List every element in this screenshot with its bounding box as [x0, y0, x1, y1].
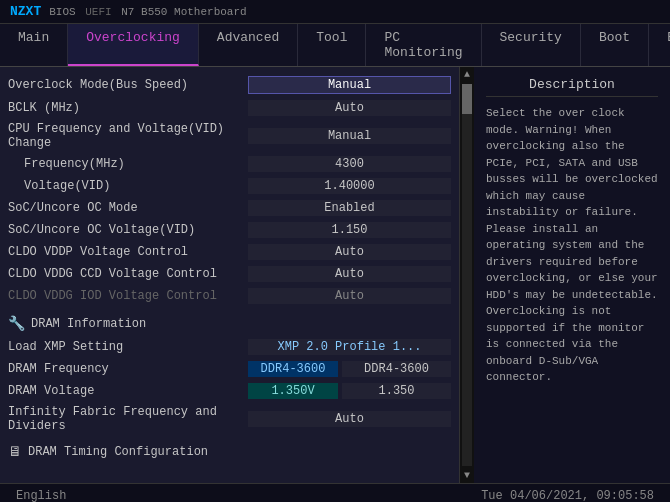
table-row[interactable]: Frequency(MHz) 4300 [0, 153, 459, 175]
monitor-icon: 🖥 [8, 444, 22, 460]
table-row[interactable]: Overclock Mode(Bus Speed) Manual [0, 73, 459, 97]
row-label: DRAM Frequency [8, 362, 248, 376]
row-value[interactable]: Auto [248, 411, 451, 427]
tab-pc-monitoring[interactable]: PC Monitoring [366, 24, 481, 66]
row-label: Frequency(MHz) [8, 157, 248, 171]
row-value-right[interactable]: DDR4-3600 [342, 361, 451, 377]
table-row[interactable]: CLDO VDDP Voltage Control Auto [0, 241, 459, 263]
row-value[interactable]: 4300 [248, 156, 451, 172]
tab-overclocking[interactable]: Overclocking [68, 24, 199, 66]
datetime-label: Tue 04/06/2021, 09:05:58 [481, 489, 654, 503]
description-text: Select the over clock mode. Warning! Whe… [486, 105, 658, 386]
table-row[interactable]: DRAM Frequency DDR4-3600 DDR4-3600 [0, 358, 459, 380]
table-row[interactable]: CLDO VDDG CCD Voltage Control Auto [0, 263, 459, 285]
table-row[interactable]: BCLK (MHz) Auto [0, 97, 459, 119]
table-row[interactable]: Infinity Fabric Frequency and Dividers A… [0, 402, 459, 436]
table-row[interactable]: CPU Frequency and Voltage(VID) Change Ma… [0, 119, 459, 153]
row-value[interactable]: Enabled [248, 200, 451, 216]
tab-tool[interactable]: Tool [298, 24, 366, 66]
row-label: CLDO VDDG IOD Voltage Control [8, 289, 248, 303]
timing-section-label: DRAM Timing Configuration [28, 445, 208, 459]
row-value[interactable]: XMP 2.0 Profile 1... [248, 339, 451, 355]
scrollbar-thumb[interactable] [462, 84, 472, 114]
nav-tabs: Main Overclocking Advanced Tool PC Monit… [0, 24, 670, 67]
table-row[interactable]: Voltage(VID) 1.40000 [0, 175, 459, 197]
description-title: Description [486, 77, 658, 97]
row-value-left[interactable]: 1.350V [248, 383, 338, 399]
row-value[interactable]: Auto [248, 244, 451, 260]
row-label: BCLK (MHz) [8, 101, 248, 115]
timing-section-header: 🖥 DRAM Timing Configuration [0, 440, 459, 464]
wrench-icon: 🔧 [8, 315, 25, 332]
row-label: SoC/Uncore OC Mode [8, 201, 248, 215]
table-row[interactable]: DRAM Voltage 1.350V 1.350 [0, 380, 459, 402]
row-label: CPU Frequency and Voltage(VID) Change [8, 122, 248, 150]
row-value-right[interactable]: 1.350 [342, 383, 451, 399]
row-label: Overclock Mode(Bus Speed) [8, 78, 248, 92]
row-label: CLDO VDDP Voltage Control [8, 245, 248, 259]
left-panel[interactable]: Overclock Mode(Bus Speed) Manual BCLK (M… [0, 67, 460, 483]
row-value[interactable]: 1.150 [248, 222, 451, 238]
scroll-column: ▲ ▼ [460, 67, 474, 483]
main-content: Overclock Mode(Bus Speed) Manual BCLK (M… [0, 67, 670, 483]
bios-info: BIOS UEFI N7 B550 Motherboard [49, 6, 246, 18]
table-row[interactable]: CLDO VDDG IOD Voltage Control Auto [0, 285, 459, 307]
tab-boot[interactable]: Boot [581, 24, 649, 66]
row-label: Infinity Fabric Frequency and Dividers [8, 405, 248, 433]
row-label: Load XMP Setting [8, 340, 248, 354]
dram-section-header: 🔧 DRAM Information [0, 311, 459, 336]
scroll-down-arrow[interactable]: ▼ [464, 468, 470, 483]
row-label: DRAM Voltage [8, 384, 248, 398]
row-value-left[interactable]: DDR4-3600 [248, 361, 338, 377]
table-row[interactable]: SoC/Uncore OC Voltage(VID) 1.150 [0, 219, 459, 241]
row-value[interactable]: Auto [248, 266, 451, 282]
language-label: English [16, 489, 66, 503]
tab-main[interactable]: Main [0, 24, 68, 66]
row-value[interactable]: Auto [248, 288, 451, 304]
row-label: CLDO VDDG CCD Voltage Control [8, 267, 248, 281]
table-row[interactable]: SoC/Uncore OC Mode Enabled [0, 197, 459, 219]
scrollbar-track[interactable] [462, 84, 472, 466]
row-label: SoC/Uncore OC Voltage(VID) [8, 223, 248, 237]
row-value[interactable]: Auto [248, 100, 451, 116]
uefi-label: UEFI [85, 6, 111, 18]
top-bar: NZXT BIOS UEFI N7 B550 Motherboard [0, 0, 670, 24]
row-value[interactable]: Manual [248, 128, 451, 144]
tab-exit[interactable]: Exit [649, 24, 670, 66]
table-row[interactable]: Load XMP Setting XMP 2.0 Profile 1... [0, 336, 459, 358]
tab-advanced[interactable]: Advanced [199, 24, 298, 66]
row-value[interactable]: Manual [248, 76, 451, 94]
row-label: Voltage(VID) [8, 179, 248, 193]
dram-section-label: DRAM Information [31, 317, 146, 331]
right-panel: Description Select the over clock mode. … [474, 67, 670, 483]
nzxt-logo: NZXT [10, 4, 41, 19]
bottom-bar: English Tue 04/06/2021, 09:05:58 [0, 483, 670, 502]
tab-security[interactable]: Security [482, 24, 581, 66]
scroll-up-arrow[interactable]: ▲ [464, 67, 470, 82]
row-value[interactable]: 1.40000 [248, 178, 451, 194]
